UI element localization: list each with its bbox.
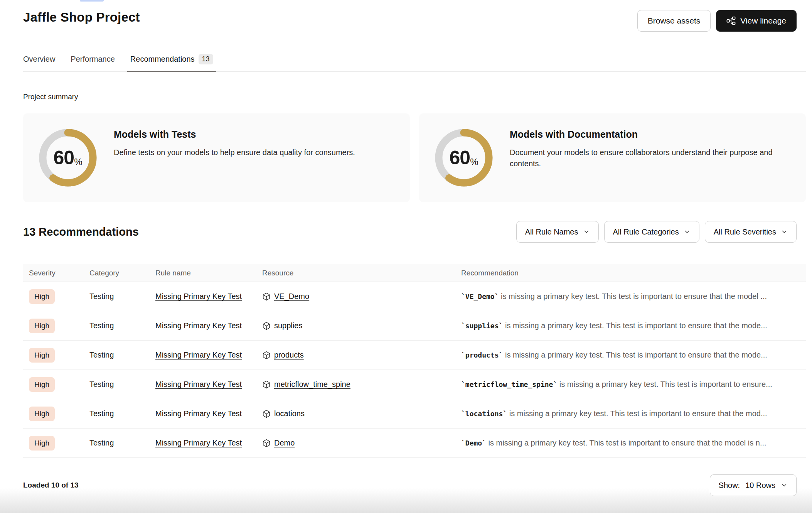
card-text: Models with Tests Define tests on your m… — [114, 113, 355, 202]
chevron-down-icon — [781, 228, 788, 235]
page-title: Jaffle Shop Project — [23, 10, 140, 25]
recommendation-cell: `Demo` is missing a primary key test. Th… — [461, 439, 806, 447]
resource-link[interactable]: metricflow_time_spine — [274, 380, 350, 389]
rule-names-filter-label: All Rule Names — [525, 228, 578, 236]
category-cell: Testing — [89, 439, 155, 447]
severity-badge: High — [29, 319, 55, 333]
percent-number: 60 — [54, 147, 74, 169]
recommendation-text: is missing a primary key test. This test… — [486, 439, 767, 447]
rule-name-link[interactable]: Missing Primary Key Test — [155, 380, 242, 388]
tab-performance[interactable]: Performance — [67, 54, 118, 72]
recommendation-cell: `locations` is missing a primary key tes… — [461, 409, 806, 418]
table-row: High Testing Missing Primary Key Test su… — [23, 311, 806, 341]
recommendations-count-badge: 13 — [199, 54, 213, 64]
recommendation-cell: `metricflow_time_spine` is missing a pri… — [461, 380, 806, 389]
table-row: High Testing Missing Primary Key Test lo… — [23, 399, 806, 429]
column-category: Category — [89, 269, 155, 277]
recommendation-text: is missing a primary key test. This test… — [503, 351, 767, 359]
resource-link[interactable]: locations — [274, 409, 305, 418]
category-cell: Testing — [89, 351, 155, 359]
severity-badge: High — [29, 407, 55, 421]
rule-categories-filter[interactable]: All Rule Categories — [604, 221, 699, 243]
donut-value: 60 % — [435, 129, 493, 187]
resource-code: `locations` — [461, 410, 507, 418]
table-row: High Testing Missing Primary Key Test VE… — [23, 282, 806, 311]
tab-performance-label: Performance — [71, 55, 115, 64]
resource-code: `Demo` — [461, 439, 486, 447]
models-with-tests-card: 60 % Models with Tests Define tests on y… — [23, 113, 410, 202]
page-content: Jaffle Shop Project Browse assets View l… — [23, 0, 806, 496]
percent-sign: % — [74, 157, 82, 167]
recommendation-cell: `supplies` is missing a primary key test… — [461, 321, 806, 330]
chevron-down-icon — [781, 482, 788, 489]
rule-name-link[interactable]: Missing Primary Key Test — [155, 409, 242, 418]
rule-names-filter[interactable]: All Rule Names — [516, 221, 599, 243]
show-label: Show: — [719, 481, 740, 490]
column-resource: Resource — [262, 269, 461, 277]
resource-code: `metricflow_time_spine` — [461, 380, 557, 388]
docs-donut-chart: 60 % — [435, 129, 493, 187]
resource-link[interactable]: supplies — [274, 321, 302, 330]
rule-name-link[interactable]: Missing Primary Key Test — [155, 292, 242, 300]
severity-badge: High — [29, 436, 55, 451]
rule-severities-filter[interactable]: All Rule Severities — [705, 221, 797, 243]
cube-icon — [262, 351, 271, 359]
tab-overview-label: Overview — [23, 55, 55, 64]
recommendation-text: is missing a primary key test. This test… — [499, 292, 767, 300]
page-header: Jaffle Shop Project Browse assets View l… — [23, 0, 806, 32]
tab-bar: Overview Performance Recommendations 13 — [23, 54, 806, 72]
rule-name-link[interactable]: Missing Primary Key Test — [155, 351, 242, 359]
column-recommendation: Recommendation — [461, 269, 806, 277]
card-text: Models with Documentation Document your … — [510, 113, 791, 202]
card-description: Document your models to ensure collabora… — [510, 147, 791, 169]
view-lineage-button[interactable]: View lineage — [716, 10, 797, 32]
category-cell: Testing — [89, 321, 155, 330]
severity-badge: High — [29, 377, 55, 392]
chevron-down-icon — [684, 228, 691, 235]
recommendation-text: is missing a primary key test. This test… — [507, 409, 767, 418]
rule-name-link[interactable]: Missing Primary Key Test — [155, 439, 242, 447]
lineage-icon — [726, 16, 736, 25]
models-with-documentation-card: 60 % Models with Documentation Document … — [419, 113, 806, 202]
category-cell: Testing — [89, 380, 155, 389]
table-row: High Testing Missing Primary Key Test me… — [23, 370, 806, 399]
recommendation-text: is missing a primary key test. This test… — [503, 321, 767, 330]
tab-recommendations[interactable]: Recommendations 13 — [127, 54, 216, 72]
show-value: 10 Rows — [745, 481, 775, 490]
cube-icon — [262, 380, 271, 389]
card-title: Models with Tests — [114, 129, 355, 140]
rule-categories-filter-label: All Rule Categories — [613, 228, 679, 236]
cube-icon — [262, 439, 271, 447]
loaded-status: Loaded 10 of 13 — [23, 481, 79, 489]
severity-badge: High — [29, 348, 55, 363]
summary-cards: 60 % Models with Tests Define tests on y… — [23, 113, 806, 202]
category-cell: Testing — [89, 409, 155, 418]
browse-assets-label: Browse assets — [648, 16, 701, 25]
resource-link[interactable]: VE_Demo — [274, 292, 309, 301]
column-severity: Severity — [23, 269, 89, 277]
column-rule-name: Rule name — [155, 269, 262, 277]
resource-code: `supplies` — [461, 322, 503, 330]
resource-code: `VE_Demo` — [461, 292, 499, 300]
table-footer: Loaded 10 of 13 Show: 10 Rows — [23, 458, 806, 496]
rule-name-link[interactable]: Missing Primary Key Test — [155, 321, 242, 330]
cube-icon — [262, 322, 271, 330]
browse-assets-button[interactable]: Browse assets — [637, 10, 711, 32]
tab-recommendations-label: Recommendations — [130, 55, 195, 64]
recommendation-cell: `products` is missing a primary key test… — [461, 351, 806, 359]
recommendations-heading: 13 Recommendations — [23, 226, 139, 238]
cube-icon — [262, 292, 271, 301]
card-description: Define tests on your models to help ensu… — [114, 147, 355, 158]
tab-overview[interactable]: Overview — [20, 54, 58, 72]
resource-link[interactable]: Demo — [274, 439, 295, 447]
project-summary-label: Project summary — [23, 93, 806, 101]
resource-code: `products` — [461, 351, 503, 359]
rows-per-page-select[interactable]: Show: 10 Rows — [710, 474, 797, 496]
percent-sign: % — [470, 157, 478, 167]
cube-icon — [262, 410, 271, 418]
header-actions: Browse assets View lineage — [637, 10, 806, 32]
resource-link[interactable]: products — [274, 351, 304, 359]
recommendations-header: 13 Recommendations All Rule Names All Ru… — [23, 221, 806, 243]
recommendation-text: is missing a primary key test. This test… — [557, 380, 772, 388]
table-row: High Testing Missing Primary Key Test De… — [23, 429, 806, 458]
